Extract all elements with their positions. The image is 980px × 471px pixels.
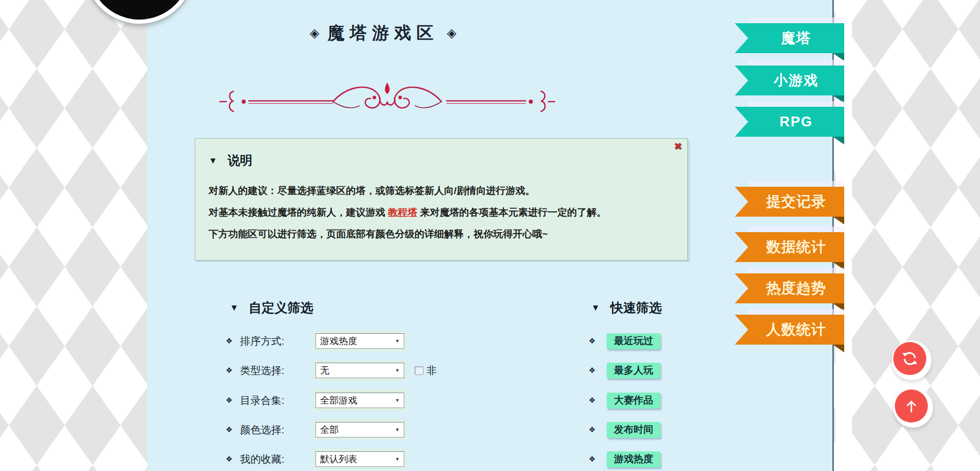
filter-label: 目录合集: <box>240 394 313 408</box>
triangle-down-icon: ▼ <box>591 303 600 313</box>
select-value: 游戏热度 <box>320 335 395 347</box>
notice-text: 下方功能区可以进行筛选，页面底部有颜色分级的详细解释，祝你玩得开心哦~ <box>209 229 548 239</box>
ribbon-highlight <box>748 268 844 273</box>
select-backing: 无▼ <box>313 360 406 381</box>
notice-heading-text: 说明 <box>228 153 252 167</box>
quick-filter-row: ❖ 大赛作品 <box>589 390 660 411</box>
filter-row-sort: ❖ 排序方式: 游戏热度▼ <box>226 331 406 351</box>
favorites-select[interactable]: 默认列表▼ <box>315 451 404 467</box>
four-diamond-bullet-icon: ❖ <box>589 425 607 434</box>
filter-row-color: ❖ 颜色选择: 全部▼ <box>226 419 406 440</box>
ribbon-label: 热度趋势 <box>735 273 844 303</box>
diamond-ornament-icon: ◈ <box>310 26 319 40</box>
contest-works-button[interactable]: 大赛作品 <box>607 393 660 409</box>
select-backing: 默认列表▼ <box>313 449 406 469</box>
refresh-icon <box>893 342 926 375</box>
filter-row-type: ❖ 类型选择: 无▼ 非 <box>226 360 437 381</box>
filter-row-favorites: ❖ 我的收藏: 默认列表▼ <box>226 449 406 469</box>
filter-label: 我的收藏: <box>240 452 313 466</box>
chevron-down-icon: ▼ <box>395 457 400 462</box>
four-diamond-bullet-icon: ❖ <box>589 396 607 405</box>
quick-filter-row: ❖ 发布时间 <box>589 419 660 440</box>
page-title: ◈魔塔游戏区◈ <box>147 22 619 45</box>
negate-checkbox[interactable] <box>415 366 423 375</box>
notice-line: 对新人的建议：尽量选择蓝绿区的塔，或筛选标签新人向/剧情向进行游戏。 <box>209 180 672 202</box>
four-diamond-bullet-icon: ❖ <box>589 366 607 375</box>
ribbon-submit-records[interactable]: 提交记录 <box>735 187 844 217</box>
negate-checkbox-label: 非 <box>426 364 437 378</box>
ribbon-minigame[interactable]: 小游戏 <box>735 66 844 95</box>
divider-flourish <box>217 77 558 126</box>
triangle-down-icon: ▼ <box>230 303 239 313</box>
collection-select[interactable]: 全部游戏▼ <box>315 393 404 408</box>
ribbon-highlight <box>748 181 844 187</box>
ribbon-player-stats[interactable]: 人数统计 <box>735 315 844 345</box>
select-backing: 游戏热度▼ <box>313 331 406 351</box>
quick-filter-heading-text: 快速筛选 <box>610 300 662 315</box>
filter-label: 颜色选择: <box>240 423 313 437</box>
select-backing: 全部游戏▼ <box>313 390 406 411</box>
color-select[interactable]: 全部▼ <box>315 422 404 437</box>
ribbon-label: 人数统计 <box>735 315 844 345</box>
release-date-button[interactable]: 发布时间 <box>607 422 660 438</box>
chevron-down-icon: ▼ <box>395 427 400 432</box>
ribbon-rpg[interactable]: RPG <box>735 107 844 137</box>
filter-label: 排序方式: <box>240 334 313 348</box>
refresh-button[interactable] <box>892 340 931 380</box>
notice-text: 对基本未接触过魔塔的纯新人，建议游戏 <box>209 207 388 218</box>
chevron-down-icon: ▼ <box>395 368 400 373</box>
ribbon-mota[interactable]: 魔塔 <box>735 23 844 53</box>
ribbon-highlight <box>748 226 844 232</box>
tutorial-tower-link[interactable]: 教程塔 <box>388 207 417 218</box>
quick-filter-row: ❖ 游戏热度 <box>589 449 660 469</box>
triangle-down-icon: ▼ <box>209 156 217 166</box>
notice-heading: ▼说明 <box>209 152 672 169</box>
ribbon-highlight <box>748 101 844 107</box>
ribbon-label: 提交记录 <box>735 187 844 217</box>
sort-mode-select[interactable]: 游戏热度▼ <box>315 333 404 349</box>
notice-text: 来对魔塔的各项基本元素进行一定的了解。 <box>417 207 606 218</box>
ribbon-highlight <box>748 309 844 315</box>
ribbon-label: 小游戏 <box>735 66 844 95</box>
filter-label: 类型选择: <box>240 364 313 378</box>
four-diamond-bullet-icon: ❖ <box>226 425 240 434</box>
ribbon-highlight <box>748 18 844 23</box>
ribbon-heat-trend[interactable]: 热度趋势 <box>735 273 844 303</box>
chevron-down-icon: ▼ <box>395 398 400 403</box>
ribbon-label: 数据统计 <box>735 232 844 262</box>
four-diamond-bullet-icon: ❖ <box>226 396 240 405</box>
four-diamond-bullet-icon: ❖ <box>226 454 240 464</box>
custom-filter-heading-text: 自定义筛选 <box>249 300 313 315</box>
ribbon-label: RPG <box>735 107 844 137</box>
game-heat-button[interactable]: 游戏热度 <box>607 451 660 467</box>
ribbon-label: 魔塔 <box>735 23 844 53</box>
four-diamond-bullet-icon: ❖ <box>589 454 607 464</box>
four-diamond-bullet-icon: ❖ <box>226 336 240 346</box>
close-icon[interactable]: ✖ <box>674 141 682 151</box>
ribbon-highlight <box>748 60 844 66</box>
select-value: 默认列表 <box>320 453 395 465</box>
most-played-button[interactable]: 最多人玩 <box>607 363 660 379</box>
diamond-ornament-icon: ◈ <box>447 26 456 40</box>
quick-filter-row: ❖ 最近玩过 <box>589 331 660 351</box>
quick-filter-heading: ▼快速筛选 <box>591 299 662 316</box>
chevron-down-icon: ▼ <box>395 338 400 344</box>
back-to-top-button[interactable] <box>893 388 933 428</box>
quick-filter-row: ❖ 最多人玩 <box>589 360 660 381</box>
notice-line: 对基本未接触过魔塔的纯新人，建议游戏 教程塔 来对魔塔的各项基本元素进行一定的了… <box>209 202 672 223</box>
up-arrow-icon <box>895 389 928 423</box>
four-diamond-bullet-icon: ❖ <box>226 366 240 375</box>
select-value: 全部游戏 <box>320 394 395 407</box>
notice-box: ✖ ▼说明 对新人的建议：尽量选择蓝绿区的塔，或筛选标签新人向/剧情向进行游戏。… <box>195 138 688 261</box>
type-select[interactable]: 无▼ <box>315 363 404 378</box>
custom-filter-heading: ▼自定义筛选 <box>230 299 313 316</box>
select-value: 全部 <box>320 424 395 436</box>
ribbon-data-stats[interactable]: 数据统计 <box>735 232 844 262</box>
recently-played-button[interactable]: 最近玩过 <box>607 333 660 349</box>
select-value: 无 <box>320 364 395 377</box>
four-diamond-bullet-icon: ❖ <box>589 336 607 346</box>
page: ◈魔塔游戏区◈ ✖ ▼说明 对新人的 <box>0 0 980 471</box>
notice-text: 对新人的建议：尽量选择蓝绿区的塔，或筛选标签新人向/剧情向进行游戏。 <box>209 185 535 196</box>
select-backing: 全部▼ <box>313 419 406 440</box>
notice-line: 下方功能区可以进行筛选，页面底部有颜色分级的详细解释，祝你玩得开心哦~ <box>209 223 672 245</box>
